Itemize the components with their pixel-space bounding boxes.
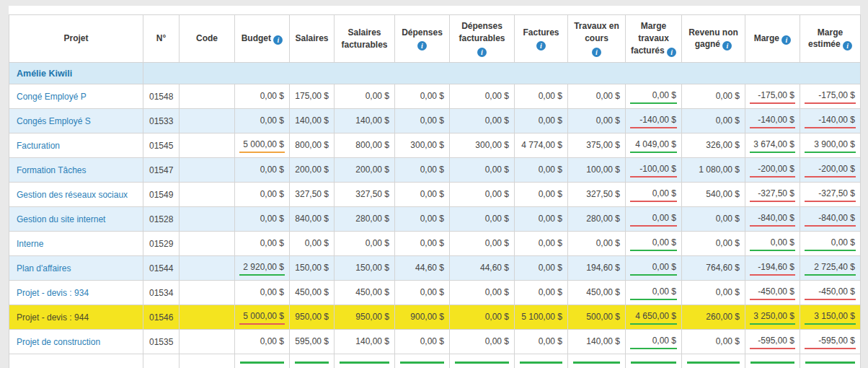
cell-marge-travaux-factures: -140,00 $ [626,109,682,133]
col-header-label: Salaires [295,33,328,43]
cell-value: 0,00 $ [239,286,285,299]
totals-row-partial [9,354,861,368]
cell-value: 0,00 $ [519,212,563,226]
cell-value: 0,00 $ [686,89,740,103]
cell-marge-travaux-factures: 0,00 $ [626,330,682,354]
project-link[interactable]: Projet - devis : 934 [17,288,89,298]
cell-marge-estimee: -327,50 $ [800,183,861,207]
totals-underline-bar [455,362,509,364]
code-cell [180,133,235,158]
code-cell [180,207,235,232]
code-cell [180,256,235,281]
cell-value: 0,00 $ [519,261,563,275]
info-icon[interactable]: i [667,48,676,57]
cell-value: 150,00 $ [294,261,329,275]
cell-depenses-facturables: 0,00 $ [450,183,515,207]
cell-value: 4 049,00 $ [630,138,677,153]
group-label: Amélie Kiwili [14,69,72,79]
project-link[interactable]: Formation Tâches [17,165,87,175]
table-row: Projet de construction015350,00 $595,00 … [9,330,861,354]
cell-salaires: 800,00 $ [290,133,335,158]
cell-depenses: 0,00 $ [395,109,450,133]
cell-value: 0,00 $ [519,114,563,128]
cell-marge: -140,00 $ [745,109,800,133]
cell-marge: 3 250,00 $ [745,305,800,330]
cell-value: 0,00 $ [519,335,563,349]
totals-cell-travaux-en-cours [568,354,626,368]
cell-value: 0,00 $ [239,163,285,177]
info-icon[interactable]: i [843,41,852,51]
projects-table: ProjetN°CodeBudget iSalairesSalaires fac… [9,14,861,368]
col-header-depenses-facturables: Dépenses facturables i [450,15,515,63]
cell-value: 4 650,00 $ [630,310,677,325]
project-link[interactable]: Congé Employé P [17,92,87,102]
cell-value: 950,00 $ [339,310,390,324]
cell-depenses: 0,00 $ [395,158,450,183]
info-icon[interactable]: i [781,35,791,45]
cell-value: 0,00 $ [572,114,621,128]
info-icon[interactable]: i [273,35,283,45]
info-icon[interactable]: i [417,41,427,51]
cell-revenu-non-gagne: 0,00 $ [682,330,745,354]
table-row: Gestion du site internet015280,00 $840,0… [9,207,861,232]
cell-salaires: 140,00 $ [290,109,335,133]
col-header-label: Marge estimée [808,27,843,50]
cell-revenu-non-gagne: 0,00 $ [682,84,745,109]
cell-value: -100,00 $ [630,162,677,178]
cell-revenu-non-gagne: 0,00 $ [682,109,745,133]
cell-budget: 0,00 $ [235,109,290,133]
project-link[interactable]: Interne [17,239,43,249]
cell-depenses: 44,60 $ [395,256,450,281]
info-icon[interactable]: i [592,48,601,57]
project-link[interactable]: Facturation [17,141,60,151]
cell-value: 0,00 $ [805,236,856,251]
cell-value: 0,00 $ [630,211,677,227]
cell-value: 150,00 $ [339,261,390,275]
col-header-marge-travaux-factures: Marge travaux facturés i [626,15,682,63]
cell-value: 0,00 $ [399,89,445,103]
cell-value: 327,50 $ [294,188,329,201]
project-link[interactable]: Projet de construction [17,337,100,347]
cell-value: 0,00 $ [686,237,740,250]
table-row: Gestion des réseaux sociaux015490,00 $32… [9,183,861,207]
cell-revenu-non-gagne: 764,60 $ [682,256,745,281]
cell-value: -595,00 $ [750,334,795,349]
project-link[interactable]: Congés Employé S [17,116,91,126]
info-icon[interactable]: i [536,41,546,51]
totals-cell-depenses-facturables [450,354,515,368]
info-icon[interactable]: i [722,41,732,51]
cell-travaux-en-cours: 140,00 $ [568,330,626,354]
cell-revenu-non-gagne: 326,00 $ [682,133,745,158]
cell-salaires: 840,00 $ [290,207,335,232]
cell-value: 0,00 $ [630,187,677,202]
project-cell: Formation Tâches [9,158,143,183]
cell-value: -327,50 $ [750,187,795,202]
project-cell: Facturation [9,133,143,158]
cell-value: 0,00 $ [399,188,445,201]
cell-value: 0,00 $ [519,286,563,299]
cell-value: -450,00 $ [750,285,795,300]
code-cell [180,183,235,207]
cell-value: 3 250,00 $ [750,310,795,325]
cell-salaires-facturables: 0,00 $ [335,232,395,256]
cell-value: -200,00 $ [805,162,856,178]
info-icon[interactable]: i [477,48,487,57]
cell-depenses-facturables: 0,00 $ [450,207,515,232]
cell-budget: 2 920,00 $ [235,256,290,281]
cell-depenses-facturables: 0,00 $ [450,281,515,305]
cell-value: 0,00 $ [686,212,740,226]
project-link[interactable]: Plan d'affaires [17,263,71,273]
cell-budget: 5 000,00 $ [235,133,290,158]
cell-value: 0,00 $ [239,114,285,128]
cell-budget: 0,00 $ [235,207,290,232]
cell-marge: -175,00 $ [745,84,800,109]
project-link[interactable]: Gestion du site internet [17,214,105,224]
cell-salaires-facturables: 327,50 $ [335,183,395,207]
cell-marge-estimee: -450,00 $ [800,281,861,305]
col-header-label: Marge travaux facturés [631,21,669,56]
cell-value: 0,00 $ [399,163,445,177]
group-row-filler [143,63,861,84]
project-link[interactable]: Projet - devis : 944 [17,312,89,323]
cell-depenses-facturables: 0,00 $ [450,84,515,109]
project-link[interactable]: Gestion des réseaux sociaux [17,190,128,200]
